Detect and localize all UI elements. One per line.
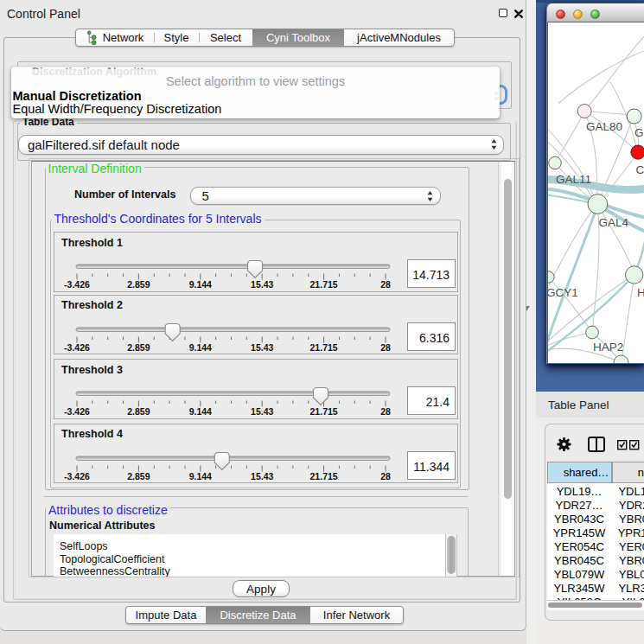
svg-text:15.43: 15.43 bbox=[251, 342, 273, 353]
svg-text:2.859: 2.859 bbox=[127, 342, 150, 353]
svg-text:21.715: 21.715 bbox=[310, 342, 338, 353]
svg-text:H: H bbox=[637, 286, 644, 299]
svg-text:GAL4: GAL4 bbox=[599, 215, 629, 228]
svg-text:GAL80: GAL80 bbox=[586, 120, 622, 133]
svg-text:28: 28 bbox=[380, 279, 391, 290]
svg-text:HAP2: HAP2 bbox=[593, 341, 623, 354]
svg-text:15.43: 15.43 bbox=[251, 406, 273, 417]
svg-text:15.43: 15.43 bbox=[251, 471, 273, 481]
svg-text:-3.426: -3.426 bbox=[64, 342, 90, 353]
svg-text:21.715: 21.715 bbox=[310, 471, 338, 481]
svg-text:2.859: 2.859 bbox=[127, 279, 150, 290]
svg-text:2.859: 2.859 bbox=[127, 471, 150, 481]
svg-text:15.43: 15.43 bbox=[251, 279, 273, 290]
svg-text:2.859: 2.859 bbox=[127, 406, 150, 417]
svg-text:21.715: 21.715 bbox=[310, 406, 338, 417]
svg-text:-3.426: -3.426 bbox=[64, 471, 90, 481]
svg-text:28: 28 bbox=[380, 471, 391, 481]
svg-text:28: 28 bbox=[380, 406, 391, 417]
svg-text:-3.426: -3.426 bbox=[64, 279, 90, 290]
svg-text:9.144: 9.144 bbox=[189, 342, 212, 353]
svg-text:GCY1: GCY1 bbox=[548, 286, 578, 299]
svg-text:28: 28 bbox=[380, 342, 391, 353]
svg-text:G.: G. bbox=[634, 126, 644, 139]
svg-text:21.715: 21.715 bbox=[310, 279, 338, 290]
svg-text:GAL11: GAL11 bbox=[556, 172, 591, 185]
svg-text:9.144: 9.144 bbox=[189, 471, 212, 481]
svg-text:9.144: 9.144 bbox=[189, 279, 212, 290]
svg-text:9.144: 9.144 bbox=[189, 406, 212, 417]
svg-text:C: C bbox=[636, 163, 644, 175]
svg-text:-3.426: -3.426 bbox=[64, 406, 90, 417]
